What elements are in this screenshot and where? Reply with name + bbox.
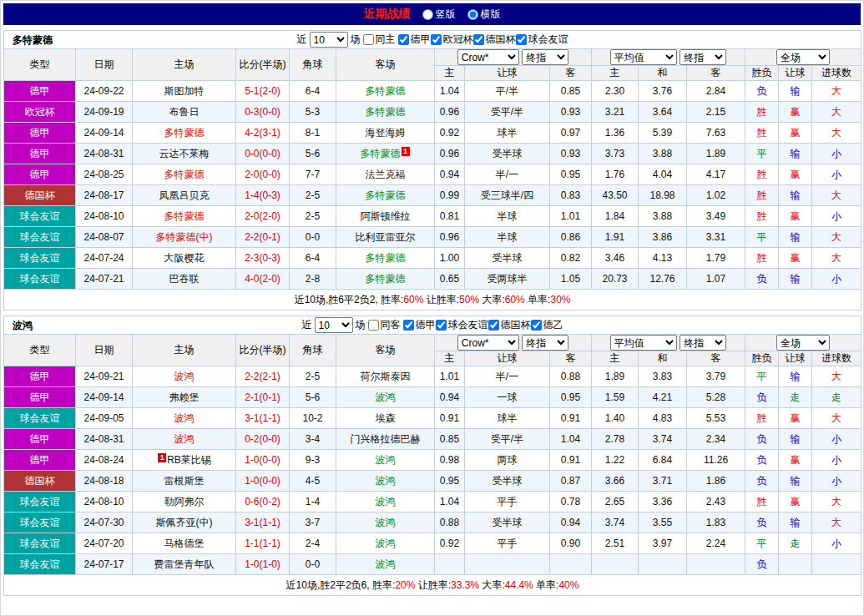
odds-stage-select[interactable]: 终指 [522, 49, 568, 65]
league-filter[interactable]: 德甲 [403, 318, 436, 332]
column-header-row-1: 类型 日期 主场 比分(半场) 角球 客场 Crow* 终指 平均值 终指 全场 [4, 49, 861, 66]
team-link[interactable]: 费雷堡青年队 [154, 558, 215, 570]
league-filter[interactable]: 球会友谊 [436, 318, 488, 332]
handicap-odds-away: 1.01 [550, 206, 592, 227]
average-select[interactable]: 平均值 [610, 335, 677, 351]
team-link[interactable]: 波鸿 [376, 558, 396, 570]
team-link[interactable]: 斯图加特 [164, 85, 205, 97]
team-link[interactable]: 多特蒙德(中) [156, 231, 213, 243]
horizontal-layout-radio[interactable] [467, 9, 478, 20]
league-filter[interactable]: 德甲 [398, 33, 431, 47]
team-link[interactable]: 多特蒙德 [366, 85, 406, 97]
win-lose-result: 负 [745, 471, 779, 492]
same-venue-filter[interactable]: 同主 [363, 33, 396, 47]
team-link[interactable]: 多特蒙德 [366, 106, 406, 118]
league-filter[interactable]: 欧冠杯 [431, 33, 473, 47]
team-link[interactable]: 多特蒙德 [164, 169, 205, 180]
league-filter-checkbox[interactable] [473, 34, 484, 45]
league-filter[interactable]: 德国杯 [473, 33, 516, 47]
team-link[interactable]: RB莱比锡 [167, 454, 211, 466]
corner-score: 2-4 [290, 533, 336, 554]
team-link[interactable]: 马格德堡 [164, 538, 205, 549]
same-venue-filter[interactable]: 同客 [368, 318, 401, 332]
match-row: 德国杯24-08-17凤凰吕贝克1-4(0-3)2-5多特蒙德0.99受三球半/… [4, 185, 861, 206]
team-link[interactable]: 雷根斯堡 [164, 475, 205, 487]
team-link[interactable]: 阿斯顿维拉 [361, 210, 411, 222]
average-odds-home: 1.59 [592, 387, 639, 408]
team-link[interactable]: 荷尔斯泰因 [361, 371, 411, 382]
match-row: 球会友谊24-07-24大阪樱花2-3(0-3)6-4多特蒙德1.00受半球0.… [4, 248, 861, 269]
team-link[interactable]: 多特蒙德 [366, 252, 406, 264]
avg-stage-select[interactable]: 终指 [680, 49, 726, 65]
match-date: 24-09-14 [76, 123, 133, 144]
match-count-select[interactable]: 10 [315, 317, 353, 333]
team-link[interactable]: 大阪樱花 [164, 252, 205, 264]
summary-segment: 44.4% [505, 579, 533, 591]
handicap-odds-away: 0.82 [550, 248, 592, 269]
team-link[interactable]: 多特蒙德 [164, 210, 205, 222]
team-link[interactable]: 波鸿 [376, 454, 396, 466]
corner-score: 3-4 [290, 429, 336, 450]
team-link[interactable]: 弗赖堡 [169, 391, 200, 403]
team-link[interactable]: 多特蒙德 [366, 189, 406, 201]
team-link[interactable]: 斯佩齐亚(中) [156, 517, 213, 528]
bookmaker-select[interactable]: Crow* [457, 335, 519, 351]
league-filter-checkbox[interactable] [398, 34, 409, 45]
league-filter[interactable]: 球会友谊 [516, 33, 568, 47]
avg-stage-select[interactable]: 终指 [680, 335, 726, 351]
match-count-select[interactable]: 10 [310, 32, 348, 48]
team-link[interactable]: 海登海姆 [366, 127, 406, 139]
win-lose-result: 负 [745, 512, 779, 533]
team-link[interactable]: 多特蒙德 [361, 148, 401, 159]
same-venue-checkbox[interactable] [363, 34, 374, 45]
average-odds-away: 1.79 [687, 248, 745, 269]
league-filter-checkbox[interactable] [516, 34, 527, 45]
team-link[interactable]: 勒阿弗尔 [164, 496, 205, 507]
vertical-layout-radio[interactable] [422, 9, 433, 20]
layout-option-horizontal[interactable]: 横版 [467, 8, 501, 22]
match-date: 24-08-24 [76, 450, 133, 471]
same-venue-checkbox[interactable] [368, 320, 379, 331]
team-link[interactable]: 波鸿 [376, 391, 396, 403]
layout-option-vertical[interactable]: 竖版 [422, 8, 456, 22]
team-link[interactable]: 多特蒙德 [164, 127, 205, 139]
league-filter-checkbox[interactable] [488, 320, 499, 331]
average-select[interactable]: 平均值 [610, 49, 677, 65]
handicap-line: 半球 [465, 227, 550, 248]
scope-select[interactable]: 全场 [776, 335, 830, 351]
team-link[interactable]: 波鸿 [174, 371, 195, 382]
handicap-odds-home: 0.95 [435, 471, 465, 492]
team-link[interactable]: 布鲁日 [169, 106, 200, 118]
match-date: 24-08-25 [76, 164, 133, 185]
summary-segment: 近10场,胜6平2负2, 胜率: [295, 294, 404, 305]
team-link[interactable]: 云达不莱梅 [159, 148, 210, 159]
team-link[interactable]: 埃森 [376, 412, 396, 424]
team-link[interactable]: 门兴格拉德巴赫 [351, 433, 421, 445]
home-team-cell: 勒阿弗尔 [133, 492, 236, 512]
team-link[interactable]: 凤凰吕贝克 [159, 189, 210, 201]
average-odds-away: 1.86 [687, 471, 745, 492]
league-filter-checkbox[interactable] [531, 320, 542, 331]
league-filter[interactable]: 德国杯 [488, 318, 531, 332]
team-link[interactable]: 巴吞联 [169, 273, 200, 285]
bookmaker-select[interactable]: Crow* [457, 49, 519, 65]
team-link[interactable]: 波鸿 [376, 538, 396, 549]
league-filter-checkbox[interactable] [436, 320, 447, 331]
scope-select[interactable]: 全场 [776, 49, 830, 65]
league-filter-checkbox[interactable] [403, 320, 414, 331]
odds-stage-select[interactable]: 终指 [522, 335, 568, 351]
goals-result: 小 [812, 144, 861, 164]
team-link[interactable]: 波鸿 [376, 496, 396, 507]
team-link[interactable]: 比利亚雷亚尔 [356, 231, 416, 243]
team-link[interactable]: 多特蒙德 [366, 273, 406, 285]
team-link[interactable]: 波鸿 [376, 517, 396, 528]
team-link[interactable]: 法兰克福 [366, 169, 406, 180]
league-filter[interactable]: 德乙 [531, 318, 563, 332]
team-link[interactable]: 波鸿 [174, 433, 195, 445]
team-link[interactable]: 波鸿 [174, 412, 195, 424]
home-team-cell: 雷根斯堡 [133, 471, 236, 492]
handicap-odds-away: 0.91 [550, 450, 592, 471]
team-link[interactable]: 波鸿 [376, 475, 396, 487]
handicap-odds-away: 0.95 [550, 164, 592, 185]
league-filter-checkbox[interactable] [431, 34, 442, 45]
